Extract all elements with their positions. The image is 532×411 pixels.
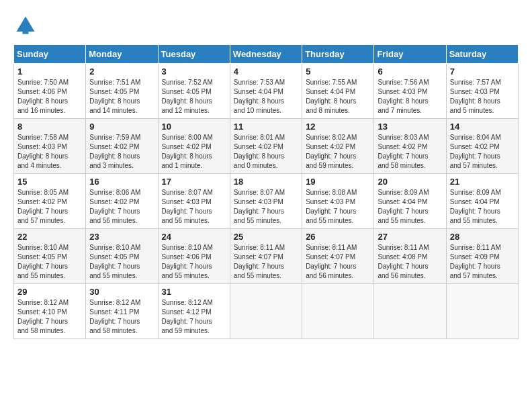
day-number: 31	[162, 287, 226, 297]
calendar-day-cell: 26Sunrise: 8:11 AMSunset: 4:07 PMDayligh…	[302, 229, 374, 284]
day-number: 1	[17, 66, 82, 77]
calendar-day-cell: 21Sunrise: 8:09 AMSunset: 4:04 PMDayligh…	[446, 174, 518, 229]
day-info: Sunrise: 8:04 AMSunset: 4:02 PMDaylight:…	[450, 133, 515, 171]
calendar-day-cell: 20Sunrise: 8:09 AMSunset: 4:04 PMDayligh…	[374, 174, 446, 229]
day-number: 19	[306, 177, 370, 187]
calendar-day-cell: 13Sunrise: 8:03 AMSunset: 4:02 PMDayligh…	[374, 119, 446, 174]
day-number: 28	[450, 232, 515, 242]
day-info: Sunrise: 7:50 AMSunset: 4:06 PMDaylight:…	[17, 78, 82, 116]
svg-rect-1	[23, 30, 29, 34]
day-number: 26	[306, 232, 370, 242]
calendar-day-cell	[302, 284, 374, 339]
calendar-day-cell: 9Sunrise: 7:59 AMSunset: 4:02 PMDaylight…	[86, 119, 158, 174]
day-info: Sunrise: 8:12 AMSunset: 4:12 PMDaylight:…	[162, 298, 226, 336]
day-info: Sunrise: 8:11 AMSunset: 4:09 PMDaylight:…	[450, 243, 515, 281]
day-info: Sunrise: 7:59 AMSunset: 4:02 PMDaylight:…	[89, 133, 154, 171]
calendar-day-cell: 16Sunrise: 8:06 AMSunset: 4:02 PMDayligh…	[86, 174, 158, 229]
calendar-day-cell: 11Sunrise: 8:01 AMSunset: 4:02 PMDayligh…	[230, 119, 302, 174]
calendar-day-cell: 18Sunrise: 8:07 AMSunset: 4:03 PMDayligh…	[230, 174, 302, 229]
day-number: 3	[162, 66, 226, 77]
calendar-day-cell: 31Sunrise: 8:12 AMSunset: 4:12 PMDayligh…	[158, 284, 230, 339]
day-info: Sunrise: 7:53 AMSunset: 4:04 PMDaylight:…	[234, 78, 298, 116]
day-number: 5	[306, 66, 370, 77]
weekday-header: Tuesday	[158, 45, 230, 64]
day-number: 15	[17, 177, 82, 187]
day-number: 14	[450, 122, 515, 132]
day-number: 20	[378, 177, 442, 187]
day-info: Sunrise: 8:06 AMSunset: 4:02 PMDaylight:…	[89, 188, 154, 226]
day-info: Sunrise: 8:09 AMSunset: 4:04 PMDaylight:…	[450, 188, 515, 226]
calendar-day-cell: 29Sunrise: 8:12 AMSunset: 4:10 PMDayligh…	[14, 284, 86, 339]
calendar-week-row: 22Sunrise: 8:10 AMSunset: 4:05 PMDayligh…	[14, 229, 519, 284]
day-info: Sunrise: 8:07 AMSunset: 4:03 PMDaylight:…	[234, 188, 298, 226]
day-number: 11	[234, 122, 298, 132]
calendar-day-cell: 22Sunrise: 8:10 AMSunset: 4:05 PMDayligh…	[14, 229, 86, 284]
day-info: Sunrise: 8:11 AMSunset: 4:07 PMDaylight:…	[306, 243, 370, 281]
day-number: 30	[89, 287, 154, 297]
day-info: Sunrise: 8:10 AMSunset: 4:05 PMDaylight:…	[89, 243, 154, 281]
calendar-day-cell: 3Sunrise: 7:52 AMSunset: 4:05 PMDaylight…	[158, 64, 230, 119]
calendar-day-cell: 4Sunrise: 7:53 AMSunset: 4:04 PMDaylight…	[230, 64, 302, 119]
calendar-day-cell: 1Sunrise: 7:50 AMSunset: 4:06 PMDaylight…	[14, 64, 86, 119]
day-info: Sunrise: 8:08 AMSunset: 4:03 PMDaylight:…	[306, 188, 370, 226]
weekday-header: Sunday	[14, 45, 86, 64]
day-number: 22	[17, 232, 82, 242]
day-info: Sunrise: 8:05 AMSunset: 4:02 PMDaylight:…	[17, 188, 82, 226]
day-number: 21	[450, 177, 515, 187]
calendar-day-cell: 19Sunrise: 8:08 AMSunset: 4:03 PMDayligh…	[302, 174, 374, 229]
day-number: 12	[306, 122, 370, 132]
day-number: 13	[378, 122, 442, 132]
weekday-header: Monday	[86, 45, 158, 64]
day-info: Sunrise: 7:52 AMSunset: 4:05 PMDaylight:…	[162, 78, 226, 116]
calendar-week-row: 8Sunrise: 7:58 AMSunset: 4:03 PMDaylight…	[14, 119, 519, 174]
calendar-day-cell	[230, 284, 302, 339]
calendar-day-cell	[374, 284, 446, 339]
calendar-day-cell: 14Sunrise: 8:04 AMSunset: 4:02 PMDayligh…	[446, 119, 518, 174]
weekday-header: Wednesday	[230, 45, 302, 64]
day-info: Sunrise: 7:57 AMSunset: 4:03 PMDaylight:…	[450, 78, 515, 116]
logo	[13, 13, 42, 38]
calendar-day-cell: 2Sunrise: 7:51 AMSunset: 4:05 PMDaylight…	[86, 64, 158, 119]
calendar-day-cell: 25Sunrise: 8:11 AMSunset: 4:07 PMDayligh…	[230, 229, 302, 284]
calendar-week-row: 15Sunrise: 8:05 AMSunset: 4:02 PMDayligh…	[14, 174, 519, 229]
calendar-day-cell: 30Sunrise: 8:12 AMSunset: 4:11 PMDayligh…	[86, 284, 158, 339]
day-number: 7	[450, 66, 515, 77]
day-info: Sunrise: 8:11 AMSunset: 4:07 PMDaylight:…	[234, 243, 298, 281]
calendar-day-cell: 10Sunrise: 8:00 AMSunset: 4:02 PMDayligh…	[158, 119, 230, 174]
day-info: Sunrise: 7:56 AMSunset: 4:03 PMDaylight:…	[378, 78, 442, 116]
calendar-day-cell: 27Sunrise: 8:11 AMSunset: 4:08 PMDayligh…	[374, 229, 446, 284]
calendar-day-cell: 24Sunrise: 8:10 AMSunset: 4:06 PMDayligh…	[158, 229, 230, 284]
day-info: Sunrise: 7:58 AMSunset: 4:03 PMDaylight:…	[17, 133, 82, 171]
day-info: Sunrise: 8:10 AMSunset: 4:05 PMDaylight:…	[17, 243, 82, 281]
day-info: Sunrise: 8:12 AMSunset: 4:11 PMDaylight:…	[89, 298, 154, 336]
day-number: 8	[17, 122, 82, 132]
calendar-day-cell: 15Sunrise: 8:05 AMSunset: 4:02 PMDayligh…	[14, 174, 86, 229]
day-number: 29	[17, 287, 82, 297]
day-info: Sunrise: 8:11 AMSunset: 4:08 PMDaylight:…	[378, 243, 442, 281]
day-number: 6	[378, 66, 442, 77]
calendar-day-cell: 5Sunrise: 7:55 AMSunset: 4:04 PMDaylight…	[302, 64, 374, 119]
weekday-header: Friday	[374, 45, 446, 64]
calendar-day-cell: 6Sunrise: 7:56 AMSunset: 4:03 PMDaylight…	[374, 64, 446, 119]
logo-icon	[13, 13, 38, 38]
day-number: 2	[89, 66, 154, 77]
day-number: 10	[162, 122, 226, 132]
day-info: Sunrise: 8:12 AMSunset: 4:10 PMDaylight:…	[17, 298, 82, 336]
day-info: Sunrise: 8:01 AMSunset: 4:02 PMDaylight:…	[234, 133, 298, 171]
day-info: Sunrise: 8:10 AMSunset: 4:06 PMDaylight:…	[162, 243, 226, 281]
calendar-day-cell	[446, 284, 518, 339]
calendar-table: SundayMondayTuesdayWednesdayThursdayFrid…	[13, 44, 519, 339]
page-header	[13, 13, 519, 38]
day-number: 16	[89, 177, 154, 187]
day-number: 9	[89, 122, 154, 132]
calendar-day-cell: 8Sunrise: 7:58 AMSunset: 4:03 PMDaylight…	[14, 119, 86, 174]
day-number: 23	[89, 232, 154, 242]
weekday-header: Thursday	[302, 45, 374, 64]
weekday-header: Saturday	[446, 45, 518, 64]
calendar-day-cell: 7Sunrise: 7:57 AMSunset: 4:03 PMDaylight…	[446, 64, 518, 119]
day-number: 24	[162, 232, 226, 242]
day-number: 25	[234, 232, 298, 242]
day-number: 18	[234, 177, 298, 187]
calendar-week-row: 29Sunrise: 8:12 AMSunset: 4:10 PMDayligh…	[14, 284, 519, 339]
day-info: Sunrise: 8:03 AMSunset: 4:02 PMDaylight:…	[378, 133, 442, 171]
